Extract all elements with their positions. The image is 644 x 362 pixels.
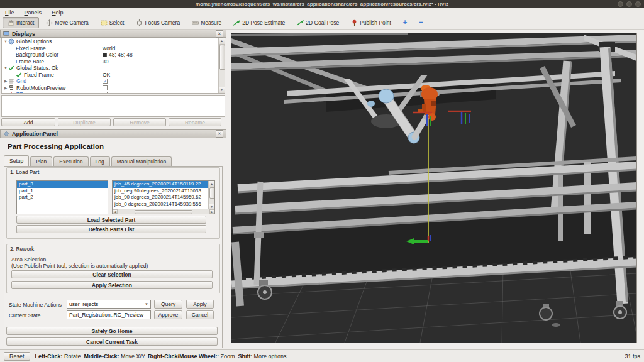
part-list[interactable]: part_3part_1part_2 <box>16 180 108 214</box>
tool-2d-goal-pose[interactable]: 2D Goal Pose <box>292 17 344 28</box>
display-row[interactable]: ▼Global Status: Ok <box>2 65 219 72</box>
list-item[interactable]: job_45 degrees_20200214T150119.22 <box>113 181 209 188</box>
display-row-value: ✓ <box>103 92 108 94</box>
displays-panel-title: Displays <box>12 31 35 37</box>
job-list[interactable]: job_45 degrees_20200214T150119.22job_neg… <box>112 180 215 214</box>
state-machine-actions-select[interactable]: user_rejects ▼ <box>67 300 151 309</box>
tool-2d-pose-estimate[interactable]: 2D Pose Estimate <box>228 17 290 28</box>
green-arrow-icon <box>297 19 304 26</box>
fps-counter: 31 fps <box>625 353 640 359</box>
tool-select[interactable]: Select <box>96 17 130 28</box>
job-list-hscrollbar[interactable]: ◀ ▶ <box>113 209 214 214</box>
list-item[interactable]: job_neg 90 degrees_20200214T15033 <box>113 188 209 195</box>
menu-item-panels[interactable]: Panels <box>25 9 42 16</box>
tool-focus-camera[interactable]: Focus Camera <box>131 17 185 28</box>
display-row[interactable]: ▶Grid✓ <box>2 78 219 85</box>
list-item[interactable]: part_2 <box>17 194 108 201</box>
display-row-label: Grid <box>16 78 26 84</box>
scroll-thumb[interactable] <box>135 210 192 214</box>
tool-move-camera[interactable]: Move Camera <box>41 17 93 28</box>
list-item[interactable]: job_90 degrees_20200214T145959.62 <box>113 194 209 201</box>
cancel-current-task-button[interactable]: Cancel Current Task <box>6 337 218 346</box>
scroll-up-icon[interactable]: ▲ <box>219 38 225 45</box>
expander-icon[interactable]: ▶ <box>3 79 8 83</box>
hand-icon <box>8 19 14 26</box>
value-text: 48; 48; 48 <box>109 52 133 58</box>
display-row[interactable]: ▼Global Options <box>2 38 219 45</box>
duplicate-display-button[interactable]: Duplicate <box>58 118 111 126</box>
remove-tool-button[interactable]: − <box>414 18 428 28</box>
scroll-thumb[interactable] <box>209 187 215 199</box>
expander-icon[interactable]: ▼ <box>3 40 8 43</box>
apply-button[interactable]: Apply <box>186 300 214 309</box>
display-checkbox[interactable]: ✓ <box>103 79 108 84</box>
apply-selection-button[interactable]: Apply Selection <box>11 281 213 289</box>
state-machine-actions-label: State Machine Actions <box>9 302 62 308</box>
measure-icon <box>192 19 199 26</box>
value-text: OK <box>103 72 110 78</box>
display-checkbox[interactable] <box>103 85 108 90</box>
rename-display-button[interactable]: Rename <box>169 118 221 126</box>
maximize-button[interactable] <box>626 1 632 7</box>
display-row[interactable]: Fixed FrameOK <box>2 72 219 79</box>
expander-icon[interactable]: ▼ <box>3 66 8 70</box>
load-selected-part-button[interactable]: Load Selected Part <box>16 216 206 224</box>
displays-close-icon[interactable]: ✕ <box>216 30 223 38</box>
tab-manual-manipulation[interactable]: Manual Manipulation <box>111 156 172 166</box>
scroll-thumb[interactable] <box>219 45 225 70</box>
displays-description-box <box>1 95 225 117</box>
tool-label: Publish Point <box>360 19 391 26</box>
tool-interact[interactable]: Interact <box>3 17 39 28</box>
reset-button[interactable]: Reset <box>4 352 30 361</box>
menu-item-help[interactable]: Help <box>52 9 64 16</box>
display-row[interactable]: ▶RobotMotionPreview <box>2 85 219 92</box>
scroll-up-icon[interactable]: ▲ <box>209 181 214 187</box>
tab-setup[interactable]: Setup <box>4 155 29 166</box>
add-display-button[interactable]: Add <box>1 118 55 126</box>
display-row[interactable]: Background Color48; 48; 48 <box>2 52 219 58</box>
displays-panel-header[interactable]: Displays ✕ <box>0 30 226 38</box>
expander-icon[interactable]: ▶ <box>3 92 8 94</box>
chevron-down-icon: ▼ <box>142 300 148 308</box>
expander-icon[interactable]: ▶ <box>3 86 8 90</box>
approve-button[interactable]: Approve <box>154 310 182 319</box>
scroll-down-icon[interactable]: ▼ <box>219 87 225 93</box>
scroll-right-icon[interactable]: ▶ <box>209 209 214 214</box>
display-row[interactable]: ▶TF✓ <box>2 91 219 94</box>
close-button[interactable] <box>635 1 641 7</box>
current-state-field[interactable]: Part_Registration::RG_Preview <box>67 310 151 319</box>
display-row-label: RobotMotionPreview <box>16 85 65 91</box>
list-item[interactable]: part_3 <box>17 181 108 188</box>
job-list-scrollbar[interactable]: ▲ ▼ <box>208 181 214 210</box>
mouse-help-text: Left-Click: Rotate. Middle-Click: Move X… <box>35 353 288 359</box>
list-item[interactable]: part_1 <box>17 188 108 195</box>
application-panel-header[interactable]: ApplicationPanel ✕ <box>0 129 226 138</box>
tab-log[interactable]: Log <box>90 156 110 166</box>
refresh-parts-list-button[interactable]: Refresh Parts List <box>16 225 206 233</box>
list-item[interactable]: job_0 degrees_20200214T145939.556 <box>113 201 209 208</box>
tab-execution[interactable]: Execution <box>53 156 88 166</box>
query-button[interactable]: Query <box>154 300 182 309</box>
value-text: 30 <box>103 58 108 65</box>
application-panel-close-icon[interactable]: ✕ <box>216 130 223 138</box>
add-tool-button[interactable]: + <box>398 18 412 28</box>
scroll-left-icon[interactable]: ◀ <box>113 209 118 214</box>
tab-plan[interactable]: Plan <box>30 156 52 166</box>
3d-viewport[interactable] <box>231 33 637 343</box>
display-row-label: Global Status: Ok <box>16 65 58 71</box>
tool-measure[interactable]: Measure <box>187 17 226 28</box>
clear-selection-button[interactable]: Clear Selection <box>11 270 213 278</box>
display-checkbox[interactable]: ✓ <box>103 92 108 94</box>
displays-tree: ▼Global OptionsFixed FrameworldBackgroun… <box>1 38 225 94</box>
display-row[interactable]: Frame Rate30 <box>2 58 219 65</box>
safely-go-home-button[interactable]: Safely Go Home <box>6 327 218 335</box>
cancel-button[interactable]: Cancel <box>186 310 214 319</box>
tool-publish-point[interactable]: Publish Point <box>346 17 396 28</box>
window-titlebar[interactable]: /home/jnicho/ros2/eloquent/crs_ws/instal… <box>0 0 644 8</box>
display-row[interactable]: Fixed Frameworld <box>2 45 219 52</box>
remove-display-button[interactable]: Remove <box>113 118 166 126</box>
menu-item-file[interactable]: File <box>5 9 14 16</box>
application-panel-icon <box>3 131 9 137</box>
displays-scrollbar[interactable]: ▲ ▼ <box>218 38 225 93</box>
minimize-button[interactable] <box>618 1 623 7</box>
